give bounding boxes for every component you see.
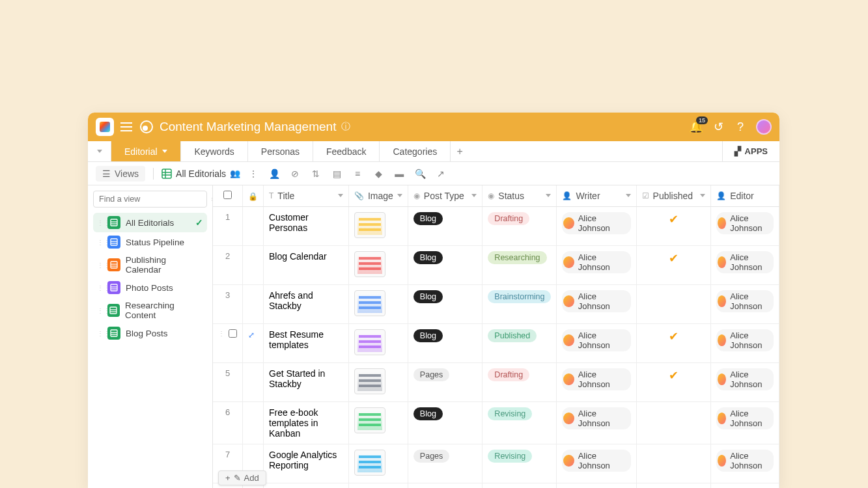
image-cell[interactable] bbox=[348, 284, 408, 323]
post-type-cell[interactable]: Pages bbox=[408, 444, 483, 483]
published-cell[interactable]: ✔ bbox=[636, 245, 711, 284]
title-cell[interactable]: Blog Calendar bbox=[264, 245, 349, 284]
select-all-header[interactable] bbox=[213, 185, 243, 206]
sidebar-view-item[interactable]: ⋮⋮ Publishing Calendar bbox=[93, 252, 207, 278]
image-cell[interactable] bbox=[348, 245, 408, 284]
post-type-cell[interactable]: Blog bbox=[408, 245, 483, 284]
post-type-cell[interactable]: Blog bbox=[408, 284, 483, 323]
table-row[interactable]: 7 Google Analytics Reporting Pages Revis… bbox=[213, 444, 779, 483]
image-thumbnail[interactable] bbox=[354, 407, 385, 433]
post-type-cell[interactable]: Blog bbox=[408, 401, 483, 444]
table-row[interactable]: 2 Blog Calendar Blog Researching Alice J… bbox=[213, 245, 779, 284]
column-post-type[interactable]: ◉Post Type bbox=[408, 185, 483, 206]
image-cell[interactable] bbox=[348, 401, 408, 444]
writer-cell[interactable]: Alice Johnson bbox=[557, 284, 636, 323]
drag-handle-icon[interactable]: ⋮⋮ bbox=[97, 262, 102, 269]
writer-cell[interactable]: Alice Johnson bbox=[557, 206, 636, 245]
editor-cell[interactable]: Alice Johnson bbox=[711, 323, 779, 362]
title-cell[interactable]: Get Started in Stackby bbox=[264, 362, 349, 401]
table-row[interactable]: 1 Customer Personas Blog Drafting Alice … bbox=[213, 206, 779, 245]
tab-expand-button[interactable] bbox=[88, 141, 111, 161]
expand-row-icon[interactable]: ⤢ bbox=[248, 331, 255, 340]
column-published[interactable]: ☑Published bbox=[636, 185, 711, 206]
add-row-button[interactable]: + ✎ Add bbox=[218, 470, 266, 485]
title-cell[interactable]: Customer Personas bbox=[264, 206, 349, 245]
post-type-cell[interactable]: E-books bbox=[408, 483, 483, 488]
tab-feedback[interactable]: Feedback bbox=[313, 141, 380, 161]
color-icon[interactable]: ◆ bbox=[371, 166, 386, 182]
column-status[interactable]: ◉Status bbox=[483, 185, 557, 206]
image-cell[interactable] bbox=[348, 444, 408, 483]
status-cell[interactable]: Revising bbox=[483, 444, 557, 483]
image-thumbnail[interactable] bbox=[354, 450, 385, 476]
find-view-input[interactable] bbox=[93, 191, 207, 208]
sidebar-view-item[interactable]: ⋮⋮ Status Pipeline bbox=[93, 232, 207, 252]
sidebar-view-item[interactable]: ⋮⋮ Blog Posts bbox=[93, 323, 207, 343]
drag-handle-icon[interactable]: ⋮⋮ bbox=[97, 219, 102, 226]
app-logo[interactable] bbox=[96, 118, 114, 136]
published-cell[interactable] bbox=[636, 284, 711, 323]
help-icon[interactable]: ? bbox=[734, 120, 747, 133]
status-cell[interactable]: Published bbox=[483, 323, 557, 362]
writer-cell[interactable]: Alice Johnson bbox=[557, 245, 636, 284]
post-type-cell[interactable]: Pages bbox=[408, 362, 483, 401]
title-cell[interactable]: Google Analytics Reporting bbox=[264, 444, 349, 483]
info-icon[interactable]: ⓘ bbox=[341, 121, 350, 133]
image-thumbnail[interactable] bbox=[354, 368, 385, 394]
post-type-cell[interactable]: Blog bbox=[408, 323, 483, 362]
writer-cell[interactable]: Alice Johnson bbox=[557, 444, 636, 483]
tab-editorial[interactable]: Editorial bbox=[111, 141, 181, 161]
row-checkbox[interactable] bbox=[229, 329, 237, 338]
writer-cell[interactable]: Alice Johnson bbox=[557, 323, 636, 362]
writer-cell[interactable]: Alice Johnson bbox=[557, 483, 636, 488]
search-icon[interactable]: 🔍 bbox=[412, 166, 428, 182]
views-button[interactable]: ☰ Views bbox=[96, 166, 145, 182]
editor-cell[interactable]: Alice Johnson bbox=[711, 444, 779, 483]
column-title[interactable]: TTitle bbox=[264, 185, 349, 206]
title-cell[interactable]: Free e-book templates in Kanban bbox=[264, 401, 349, 444]
group-icon[interactable]: ▤ bbox=[329, 166, 344, 182]
more-options-icon[interactable]: ⋮ bbox=[245, 166, 261, 182]
published-cell[interactable]: ✔ bbox=[636, 323, 711, 362]
status-cell[interactable]: Drafting bbox=[483, 362, 557, 401]
tab-keywords[interactable]: Keywords bbox=[181, 141, 247, 161]
tab-categories[interactable]: Categories bbox=[380, 141, 451, 161]
filter-icon[interactable]: ⇅ bbox=[308, 166, 324, 182]
share-view-icon[interactable]: 👤 bbox=[266, 166, 282, 182]
title-cell[interactable]: Best Resume templates bbox=[264, 323, 349, 362]
image-cell[interactable] bbox=[348, 362, 408, 401]
published-cell[interactable]: ✔ bbox=[636, 362, 711, 401]
table-row[interactable]: 5 Get Started in Stackby Pages Drafting … bbox=[213, 362, 779, 401]
drag-handle-icon[interactable]: ⋮⋮ bbox=[97, 239, 102, 246]
image-thumbnail[interactable] bbox=[354, 290, 385, 316]
sidebar-view-item[interactable]: ⋮⋮ Researching Content bbox=[93, 297, 207, 323]
status-cell[interactable]: Revising bbox=[483, 401, 557, 444]
image-thumbnail[interactable] bbox=[354, 251, 385, 277]
workspace-icon[interactable] bbox=[140, 120, 153, 133]
status-cell[interactable]: Published bbox=[483, 483, 557, 488]
drag-handle-icon[interactable]: ⋮⋮ bbox=[97, 330, 102, 337]
published-cell[interactable] bbox=[636, 444, 711, 483]
editor-cell[interactable]: Alice Johnson bbox=[711, 206, 779, 245]
editor-cell[interactable]: Alice Johnson bbox=[711, 362, 779, 401]
drag-handle-icon[interactable]: ⋮ bbox=[218, 330, 225, 337]
sidebar-view-item[interactable]: ⋮⋮ All Editorials ✓ bbox=[93, 213, 207, 232]
apps-button[interactable]: ▞ APPS bbox=[722, 141, 779, 161]
image-cell[interactable] bbox=[348, 323, 408, 362]
hide-fields-icon[interactable]: ⊘ bbox=[287, 166, 303, 182]
editor-cell[interactable]: Alice Johnson bbox=[711, 483, 779, 488]
status-cell[interactable]: Drafting bbox=[483, 206, 557, 245]
add-tab-button[interactable]: + bbox=[451, 141, 469, 161]
column-writer[interactable]: 👤Writer bbox=[557, 185, 636, 206]
image-cell[interactable] bbox=[348, 483, 408, 488]
status-cell[interactable]: Brainstorming bbox=[483, 284, 557, 323]
editor-cell[interactable]: Alice Johnson bbox=[711, 401, 779, 444]
hamburger-icon[interactable] bbox=[120, 122, 132, 131]
notifications-button[interactable]: 🔔 15 bbox=[690, 120, 703, 133]
history-icon[interactable]: ↺ bbox=[712, 120, 725, 133]
table-row[interactable]: 3 Ahrefs and Stackby Blog Brainstorming … bbox=[213, 284, 779, 323]
table-row[interactable]: Sales Performance E-books Published Alic… bbox=[213, 483, 779, 488]
title-cell[interactable]: Sales Performance bbox=[264, 483, 349, 488]
writer-cell[interactable]: Alice Johnson bbox=[557, 362, 636, 401]
post-type-cell[interactable]: Blog bbox=[408, 206, 483, 245]
